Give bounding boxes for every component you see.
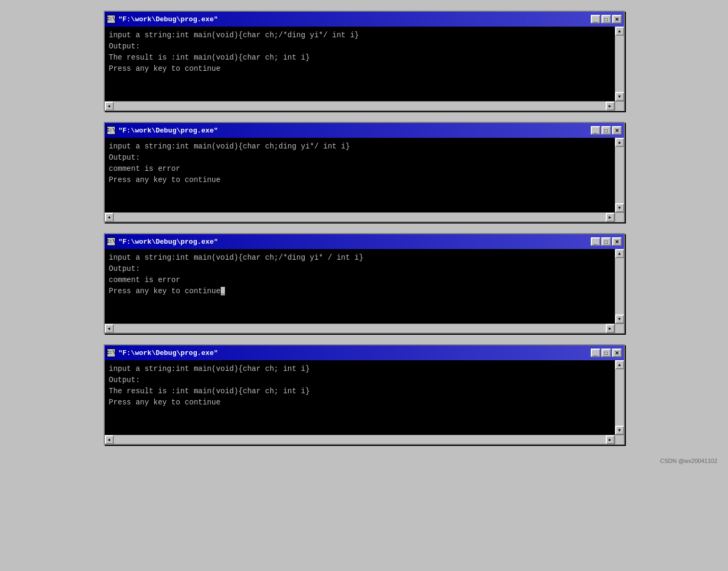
- scroll-left-4[interactable]: ◄: [105, 435, 114, 444]
- console-line-3-2: Output:: [109, 263, 610, 275]
- console-window-1: C:\"F:\work\Debug\prog.exe"_□✕input a st…: [104, 11, 625, 111]
- window-title-4: "F:\work\Debug\prog.exe": [119, 349, 218, 357]
- scroll-track-h-1: [114, 102, 606, 110]
- scroll-up-4[interactable]: ▲: [615, 360, 624, 369]
- watermark: CSDN @wx20041102: [660, 458, 717, 464]
- close-button-4[interactable]: ✕: [612, 349, 622, 357]
- scroll-track-v-4: [615, 369, 624, 426]
- title-bar-4: C:\"F:\work\Debug\prog.exe"_□✕: [105, 345, 624, 360]
- console-line-1-1: input a string:int main(void){char ch;/*…: [109, 30, 610, 41]
- close-button-3[interactable]: ✕: [612, 237, 622, 246]
- window-title-2: "F:\work\Debug\prog.exe": [119, 127, 218, 135]
- cmd-icon: C:\: [107, 237, 115, 246]
- title-bar-2: C:\"F:\work\Debug\prog.exe"_□✕: [105, 123, 624, 138]
- console-line-2-4: Press any key to continue: [109, 175, 610, 186]
- scroll-track-v-2: [615, 147, 624, 203]
- scroll-up-2[interactable]: ▲: [615, 138, 624, 147]
- scroll-track-v-3: [615, 258, 624, 315]
- scroll-down-2[interactable]: ▼: [615, 203, 624, 212]
- close-button-1[interactable]: ✕: [612, 15, 622, 23]
- console-line-2-3: comment is error: [109, 163, 610, 175]
- scroll-down-3[interactable]: ▼: [615, 315, 624, 324]
- cmd-icon: C:\: [107, 349, 115, 357]
- scroll-track-v-1: [615, 36, 624, 92]
- restore-button-4[interactable]: □: [601, 349, 611, 357]
- console-line-4-3: The result is :int main(void){char ch; i…: [109, 386, 610, 397]
- console-window-3: C:\"F:\work\Debug\prog.exe"_□✕input a st…: [104, 233, 625, 334]
- scroll-down-1[interactable]: ▼: [615, 92, 624, 101]
- scroll-up-1[interactable]: ▲: [615, 27, 624, 36]
- console-line-1-2: Output:: [109, 41, 610, 52]
- console-line-2-2: Output:: [109, 152, 610, 163]
- scroll-right-1[interactable]: ►: [606, 102, 615, 111]
- scroll-right-2[interactable]: ►: [606, 213, 615, 222]
- minimize-button-4[interactable]: _: [591, 349, 600, 357]
- cmd-icon: C:\: [107, 15, 115, 23]
- scroll-corner-2: [615, 213, 624, 222]
- console-line-3-3: comment is error: [109, 275, 610, 286]
- console-area-3: input a string:int main(void){char ch;/*…: [105, 249, 615, 324]
- console-line-1-3: The result is :int main(void){char ch; i…: [109, 52, 610, 63]
- console-line-2-1: input a string:int main(void){char ch;di…: [109, 141, 610, 152]
- console-area-4: input a string:int main(void){char ch; i…: [105, 360, 615, 435]
- scroll-up-3[interactable]: ▲: [615, 249, 624, 258]
- console-line-4-2: Output:: [109, 375, 610, 386]
- window-title-1: "F:\work\Debug\prog.exe": [119, 15, 218, 23]
- console-line-4-1: input a string:int main(void){char ch; i…: [109, 363, 610, 375]
- console-line-3-1: input a string:int main(void){char ch;/*…: [109, 252, 610, 263]
- scroll-corner-1: [615, 102, 624, 111]
- title-bar-1: C:\"F:\work\Debug\prog.exe"_□✕: [105, 12, 624, 27]
- scroll-right-4[interactable]: ►: [606, 435, 615, 444]
- scroll-left-3[interactable]: ◄: [105, 324, 114, 333]
- console-line-3-4: Press any key to continue_: [109, 286, 610, 297]
- console-area-1: input a string:int main(void){char ch;/*…: [105, 27, 615, 101]
- scroll-corner-3: [615, 324, 624, 333]
- scroll-down-4[interactable]: ▼: [615, 426, 624, 435]
- minimize-button-1[interactable]: _: [591, 15, 600, 23]
- scroll-right-3[interactable]: ►: [606, 324, 615, 333]
- console-line-4-4: Press any key to continue: [109, 397, 610, 408]
- scroll-track-h-2: [114, 213, 606, 221]
- cmd-icon: C:\: [107, 126, 115, 135]
- scroll-track-h-3: [114, 324, 606, 333]
- close-button-2[interactable]: ✕: [612, 126, 622, 135]
- scroll-track-h-4: [114, 435, 606, 444]
- title-bar-3: C:\"F:\work\Debug\prog.exe"_□✕: [105, 234, 624, 249]
- scroll-corner-4: [615, 435, 624, 444]
- restore-button-3[interactable]: □: [601, 237, 611, 246]
- minimize-button-2[interactable]: _: [591, 126, 600, 135]
- restore-button-1[interactable]: □: [601, 15, 611, 23]
- console-line-1-4: Press any key to continue: [109, 63, 610, 75]
- console-window-4: C:\"F:\work\Debug\prog.exe"_□✕input a st…: [104, 344, 625, 445]
- minimize-button-3[interactable]: _: [591, 237, 600, 246]
- scroll-left-1[interactable]: ◄: [105, 102, 114, 111]
- console-window-2: C:\"F:\work\Debug\prog.exe"_□✕input a st…: [104, 122, 625, 222]
- scroll-left-2[interactable]: ◄: [105, 213, 114, 222]
- restore-button-2[interactable]: □: [601, 126, 611, 135]
- console-area-2: input a string:int main(void){char ch;di…: [105, 138, 615, 212]
- window-title-3: "F:\work\Debug\prog.exe": [119, 238, 218, 246]
